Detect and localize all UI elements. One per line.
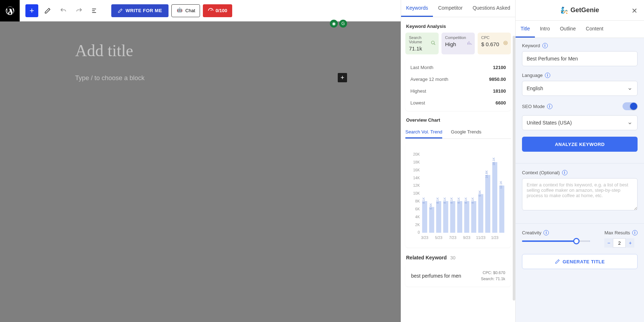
related-keyword-count: 30 bbox=[450, 255, 455, 260]
svg-text:12.1K: 12.1K bbox=[499, 181, 503, 189]
bar-chart-icon bbox=[467, 40, 472, 47]
svg-text:8.1K: 8.1K bbox=[422, 197, 425, 204]
svg-text:8.1K: 8.1K bbox=[464, 197, 468, 204]
svg-text:9.9K: 9.9K bbox=[478, 190, 482, 197]
write-for-me-button[interactable]: WRITE FOR ME bbox=[111, 4, 169, 17]
svg-rect-30 bbox=[478, 194, 483, 233]
increment-button[interactable]: + bbox=[626, 238, 634, 248]
edit-button[interactable] bbox=[41, 4, 54, 17]
svg-text:18K: 18K bbox=[413, 160, 420, 164]
tab-outline[interactable]: Outline bbox=[555, 21, 581, 38]
tab-content[interactable]: Content bbox=[581, 21, 608, 38]
svg-rect-20 bbox=[443, 201, 448, 233]
svg-rect-32 bbox=[485, 175, 490, 233]
getgenie-panel: 🧞 GetGenie ✕ Title Intro Outline Content… bbox=[515, 0, 644, 322]
related-keyword-title: Related Keyword bbox=[406, 255, 447, 260]
svg-text:8.1K: 8.1K bbox=[457, 197, 460, 204]
svg-rect-14 bbox=[422, 201, 427, 233]
chat-button[interactable]: 🤖 Chat bbox=[171, 4, 200, 17]
info-icon[interactable]: i bbox=[547, 104, 552, 109]
seo-mode-toggle[interactable] bbox=[623, 102, 638, 110]
tab-keywords[interactable]: Keywords bbox=[401, 0, 433, 17]
svg-text:8.1K: 8.1K bbox=[436, 197, 439, 204]
svg-text:12K: 12K bbox=[413, 184, 420, 188]
search-volume-chart: 20K18K16K14K12K10K8K6K4K2K08.1K6.6K8.1K8… bbox=[405, 144, 511, 248]
svg-text:11/23: 11/23 bbox=[476, 236, 486, 240]
yoast-icon[interactable]: ◉ bbox=[330, 20, 338, 28]
svg-rect-34 bbox=[492, 162, 497, 233]
scrollbar[interactable] bbox=[513, 36, 515, 301]
svg-text:4K: 4K bbox=[415, 215, 420, 219]
metric-competition: Competition High bbox=[441, 33, 475, 54]
svg-text:14.8K: 14.8K bbox=[485, 170, 488, 179]
svg-text:8.1K: 8.1K bbox=[450, 197, 453, 204]
svg-text:6.6K: 6.6K bbox=[429, 203, 433, 210]
creativity-slider[interactable] bbox=[522, 240, 590, 242]
context-textarea[interactable] bbox=[522, 178, 638, 210]
svg-text:3/23: 3/23 bbox=[421, 236, 428, 240]
svg-text:20K: 20K bbox=[413, 152, 420, 156]
info-icon[interactable]: i bbox=[632, 230, 638, 235]
wp-logo[interactable] bbox=[0, 0, 20, 21]
chart-tab-google-trends[interactable]: Google Trends bbox=[451, 126, 481, 138]
svg-rect-24 bbox=[457, 201, 462, 233]
details-button[interactable] bbox=[88, 4, 101, 17]
svg-rect-22 bbox=[450, 201, 455, 233]
svg-text:8.1K: 8.1K bbox=[471, 197, 474, 204]
country-select[interactable] bbox=[522, 115, 638, 130]
svg-text:10K: 10K bbox=[413, 191, 420, 195]
keyword-analysis-title: Keyword Analysis bbox=[406, 24, 510, 29]
svg-text:2K: 2K bbox=[415, 223, 420, 227]
getgenie-logo: 🧞 GetGenie bbox=[560, 6, 599, 14]
mid-tabs: Keywords Competitor Questions Asked bbox=[401, 0, 515, 17]
chat-label: Chat bbox=[185, 8, 195, 13]
svg-text:14K: 14K bbox=[413, 176, 420, 180]
keyword-input[interactable] bbox=[522, 51, 638, 66]
svg-rect-36 bbox=[499, 186, 504, 233]
genie-icon: 🧞 bbox=[560, 6, 568, 14]
info-icon[interactable]: i bbox=[545, 73, 550, 78]
add-block-button[interactable]: + bbox=[25, 4, 38, 17]
svg-text:1/23: 1/23 bbox=[491, 236, 498, 240]
chat-icon: 🤖 bbox=[176, 7, 183, 14]
decrement-button[interactable]: − bbox=[604, 238, 613, 248]
max-results-input[interactable] bbox=[613, 238, 626, 248]
related-keyword-item[interactable]: best perfumes for men CPC: $0.670 Search… bbox=[405, 265, 511, 287]
score-label: 0/100 bbox=[216, 8, 228, 13]
tab-intro[interactable]: Intro bbox=[535, 21, 555, 38]
tab-title[interactable]: Title bbox=[516, 21, 535, 38]
svg-rect-26 bbox=[464, 201, 469, 233]
undo-button[interactable] bbox=[57, 4, 70, 17]
metric-cpc: CPC $ 0.670 bbox=[478, 33, 511, 54]
redo-button[interactable] bbox=[73, 4, 86, 17]
grammarly-icon[interactable]: G bbox=[339, 20, 347, 28]
info-icon[interactable]: i bbox=[543, 230, 549, 235]
svg-text:9/23: 9/23 bbox=[463, 236, 470, 240]
metric-search-volume: Search Volume 71.1k bbox=[405, 33, 439, 54]
svg-rect-16 bbox=[429, 207, 434, 233]
editor-toolbar: + WRITE FOR ME 🤖 Chat 0/100 bbox=[0, 0, 401, 21]
write-for-me-label: WRITE FOR ME bbox=[126, 8, 162, 13]
target-icon bbox=[503, 40, 508, 47]
seo-score-button[interactable]: 0/100 bbox=[203, 4, 233, 17]
language-select[interactable] bbox=[522, 81, 638, 96]
generate-title-button[interactable]: GENERATE TITLE bbox=[522, 254, 638, 269]
tab-competitor[interactable]: Competitor bbox=[433, 0, 467, 17]
svg-text:7/23: 7/23 bbox=[449, 236, 456, 240]
close-icon[interactable]: ✕ bbox=[631, 6, 638, 15]
chart-tab-search-vol[interactable]: Search Vol. Trend bbox=[405, 126, 442, 138]
info-icon[interactable]: i bbox=[542, 43, 548, 48]
tab-questions[interactable]: Questions Asked bbox=[468, 0, 515, 17]
block-placeholder[interactable]: Type / to choose a block + bbox=[75, 74, 326, 82]
keyword-panel: Keywords Competitor Questions Asked Keyw… bbox=[401, 0, 515, 322]
svg-text:6K: 6K bbox=[415, 207, 420, 211]
svg-rect-28 bbox=[471, 201, 476, 233]
info-icon[interactable]: i bbox=[562, 170, 567, 175]
post-title-input[interactable]: Add title bbox=[75, 41, 326, 60]
svg-text:18.1K: 18.1K bbox=[492, 157, 496, 166]
svg-text:16K: 16K bbox=[413, 168, 420, 172]
stats-box: Last Month12100 Average 12 month9850.00 … bbox=[405, 59, 511, 111]
analyze-keyword-button[interactable]: ANALYZE KEYWORD bbox=[522, 137, 638, 152]
svg-point-0 bbox=[431, 41, 434, 44]
add-block-inline-button[interactable]: + bbox=[338, 73, 347, 82]
